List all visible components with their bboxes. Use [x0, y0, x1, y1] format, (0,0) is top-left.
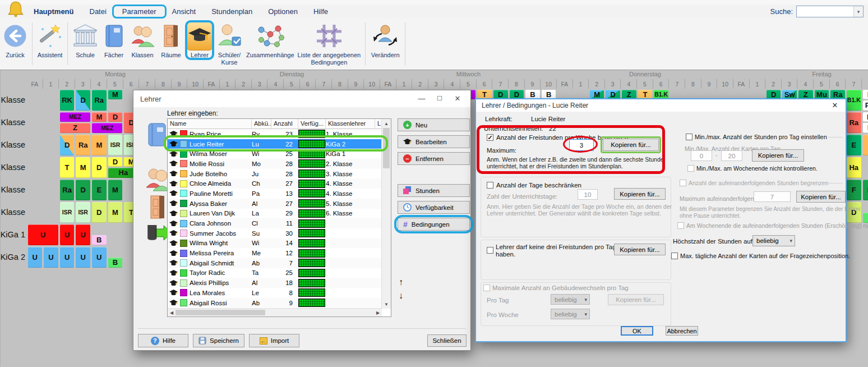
lesson-cell[interactable] — [863, 135, 868, 155]
fragezeichen-checkbox-label[interactable]: Max. tägliche Anzahl der Karten auf der … — [680, 253, 850, 259]
lesson-cell[interactable]: D — [60, 135, 75, 155]
teacher-row[interactable]: Lauren Van DijkLa296. Klasse — [168, 209, 382, 219]
vertical-scrollbar[interactable]: ▲ ▼ — [381, 119, 391, 309]
lesson-cell[interactable]: ISR — [76, 202, 90, 223]
lesson-cell[interactable]: M — [108, 202, 123, 223]
lesson-cell[interactable]: D — [76, 180, 90, 200]
column-header-name[interactable]: Name — [168, 119, 252, 129]
pro-tag-combo[interactable]: beliebig▾ — [551, 294, 590, 305]
minimize-icon[interactable]: — — [413, 92, 430, 104]
maximum-input[interactable]: 3 — [569, 139, 594, 151]
scroll-up-icon[interactable]: ▲ — [382, 120, 391, 127]
lesson-cell[interactable]: MEZ — [92, 123, 122, 133]
maximum-aufeinander-input[interactable]: 7 — [754, 191, 791, 202]
minmax-checkbox[interactable] — [686, 134, 692, 140]
toolbar-button-lehrer[interactable]: Lehrer — [187, 21, 213, 59]
toolbar-button-klassen[interactable]: Klassen — [130, 21, 155, 59]
lesson-cell[interactable]: E — [847, 135, 861, 155]
tage-checkbox-label[interactable]: Anzahl der Tage beschränken — [496, 182, 581, 189]
move-down-icon[interactable]: ↓ — [399, 291, 403, 301]
lesson-cell[interactable]: ISR — [60, 202, 75, 223]
menu-item-hauptmenu[interactable]: Hauptmenü — [26, 6, 82, 17]
menu-item-ansicht[interactable]: Ansicht — [164, 6, 204, 17]
teacher-row[interactable]: Melissa PereiraMe12 — [168, 248, 382, 258]
lesson-cell[interactable]: D — [108, 157, 123, 167]
bedingungen-button[interactable]: # Bedingungen — [398, 218, 470, 231]
lesson-cell[interactable]: M — [92, 112, 107, 122]
column-header-klassenlehrer[interactable]: Klassenlehrer — [326, 119, 375, 129]
lesson-cell[interactable]: D — [76, 90, 90, 111]
minmax-checkbox-label[interactable]: Min./max. Anzahl der Stunden pro Tag ein… — [695, 134, 827, 140]
menu-item-optionen[interactable]: Optionen — [260, 6, 306, 17]
lesson-cell[interactable]: M — [108, 180, 123, 200]
teacher-row[interactable]: Alyssa BakerAl275. Klasse — [168, 199, 382, 209]
fragezeichen-checkbox[interactable] — [671, 253, 678, 259]
lesson-cell[interactable]: PS — [863, 100, 868, 111]
aufeinander-checkbox[interactable] — [680, 180, 686, 186]
lesson-cell[interactable]: D — [108, 112, 123, 122]
teacher-row[interactable]: Lucie ReiterLu22KiGa 2 — [168, 139, 382, 149]
lesson-cell[interactable]: E — [92, 180, 107, 200]
lesson-cell[interactable]: U — [92, 247, 107, 268]
lesson-cell[interactable]: T — [60, 157, 75, 178]
abbrechen-button[interactable]: Abbrechen — [666, 326, 698, 336]
toolbar-button-schule[interactable]: Schule — [72, 21, 98, 59]
menu-item-parameter[interactable]: Parameter — [114, 6, 164, 17]
kopieren-fuer-button-aufeinander[interactable]: Kopieren für... — [796, 191, 846, 203]
lesson-cell[interactable]: D — [92, 202, 107, 223]
lesson-cell[interactable]: Ra — [847, 112, 861, 133]
scroll-right-icon[interactable]: ▶ — [375, 309, 381, 316]
lesson-cell[interactable]: U — [28, 224, 58, 245]
lesson-cell[interactable]: B1.K — [847, 90, 861, 111]
lesson-cell[interactable]: U — [28, 247, 43, 268]
lesson-cell[interactable]: B — [863, 123, 868, 133]
scrollbar-thumb[interactable] — [383, 128, 390, 168]
close-icon[interactable]: ✕ — [449, 92, 466, 104]
speichern-button[interactable]: Speichern — [193, 334, 244, 347]
aufeinander-wochenende-checkbox[interactable] — [677, 222, 684, 229]
lesson-cell[interactable]: U — [44, 247, 58, 268]
lesson-cell[interactable]: D — [863, 180, 868, 200]
scrollbar-thumb[interactable] — [176, 310, 265, 315]
minmax-wochenende-checkbox[interactable] — [687, 165, 694, 172]
teacher-row[interactable]: Lea MoralesLe8 — [168, 288, 382, 298]
lesson-cell[interactable]: M — [108, 90, 123, 100]
scroll-down-icon[interactable]: ▼ — [382, 301, 391, 308]
lesson-cell[interactable]: M — [863, 112, 868, 122]
toolbar-button-zurueck[interactable]: Zurück — [3, 21, 27, 59]
drei-freistunden-checkbox[interactable] — [487, 247, 493, 254]
schliessen-button[interactable]: Schließen — [427, 334, 467, 347]
neu-button[interactable]: + Neu — [398, 118, 470, 131]
column-header-verfueg[interactable]: Verfüg... — [298, 119, 326, 129]
gebaeude-checkbox[interactable] — [483, 285, 490, 291]
teacher-row[interactable]: Summer JacobsSu30 — [168, 228, 382, 238]
lesson-cell[interactable]: RK — [60, 90, 75, 111]
teacher-row[interactable]: Wilma WrightWi14 — [168, 238, 382, 249]
hilfe-button[interactable]: ? Hilfe — [138, 334, 188, 347]
kopieren-fuer-button-minmax[interactable]: Kopieren für... — [752, 149, 804, 162]
karten-max-input[interactable]: 20 — [721, 150, 742, 161]
freistunden-checkbox[interactable] — [487, 134, 493, 141]
lesson-cell[interactable]: U — [60, 224, 75, 245]
import-button[interactable]: ← Import — [249, 334, 299, 347]
column-header-anzahl[interactable]: Anzahl — [271, 119, 298, 129]
toolbar-button-zusammenhaenge[interactable]: Zusammenhänge — [246, 21, 294, 59]
entfernen-button[interactable]: − Entfernen — [398, 152, 470, 165]
lesson-cell[interactable]: U — [76, 224, 90, 245]
lehrer-dialog-titlebar[interactable]: Lehrer — ☐ ✕ — [133, 90, 470, 107]
lesson-cell[interactable]: F — [847, 180, 861, 200]
lesson-cell[interactable]: Ra — [60, 180, 75, 200]
kopieren-fuer-button-tage[interactable]: Kopieren für... — [614, 188, 666, 200]
toolbar-button-raeume[interactable]: Räume — [159, 21, 183, 59]
lesson-cell[interactable]: Ra — [76, 135, 90, 155]
teacher-row[interactable]: Wilma MoserWi25KiGa 1 — [168, 149, 382, 159]
ok-button[interactable]: OK — [621, 326, 653, 336]
kopieren-fuer-button-freistunden[interactable]: Kopieren für... — [603, 139, 659, 151]
menu-item-datei[interactable]: Datei — [82, 6, 114, 17]
lesson-cell[interactable]: Z — [60, 123, 90, 133]
menu-item-hilfe[interactable]: Hilfe — [306, 6, 336, 17]
kopieren-fuer-button-gebaeude[interactable]: Kopieren für... — [608, 294, 664, 305]
lesson-cell[interactable]: M — [92, 135, 107, 155]
teacher-row[interactable]: Jude BotelhoJu283. Klasse — [168, 169, 382, 179]
toolbar-button-assistent[interactable]: Assistent — [37, 21, 63, 59]
